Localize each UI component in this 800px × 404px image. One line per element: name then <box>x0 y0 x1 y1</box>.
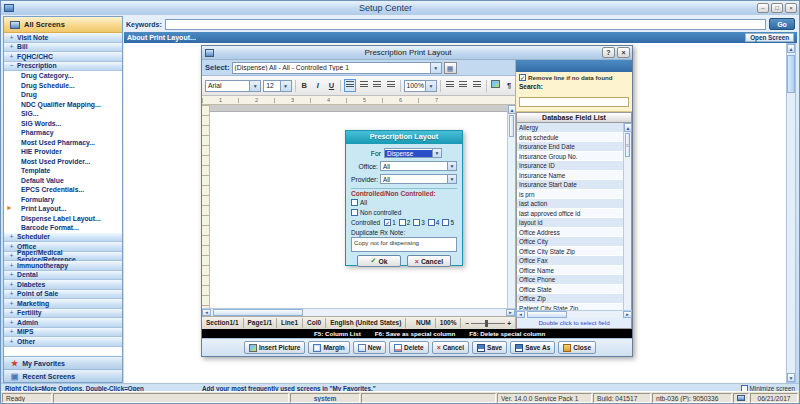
office-dropdown[interactable]: All ▼ <box>380 161 457 171</box>
plus-icon[interactable]: + <box>8 281 15 288</box>
chevron-down-icon[interactable]: ▼ <box>425 81 436 91</box>
sidebar-item-formulary[interactable]: Formulary <box>4 195 122 205</box>
italic-button[interactable]: I <box>312 79 324 92</box>
layout-properties-icon[interactable]: ▦ <box>444 62 457 74</box>
provider-dropdown[interactable]: All ▼ <box>380 174 457 184</box>
field-list-vscrollbar[interactable]: ▲ ≡ <box>623 123 631 310</box>
plus-icon[interactable]: + <box>8 243 15 250</box>
field-list-item[interactable]: is prn <box>517 190 623 200</box>
sidebar-recent-screens[interactable]: ▣Recent Screens <box>4 369 122 382</box>
sidebar-item-barcode-format[interactable]: Barcode Format... <box>4 223 122 233</box>
ok-button[interactable]: ✓Ok <box>357 255 401 267</box>
sidebar-item-most-used-provider[interactable]: Most Used Provider... <box>4 157 122 167</box>
sidebar-item-drug-category[interactable]: Drug Category... <box>4 71 122 81</box>
sidebar-item-pharmacy[interactable]: Pharmacy <box>4 128 122 138</box>
scroll-left-icon[interactable]: ◄ <box>516 311 525 318</box>
sidebar-item-template[interactable]: Template <box>4 166 122 176</box>
field-list-item[interactable]: Office City State Zip <box>517 247 623 257</box>
close-button[interactable]: Close <box>558 341 596 354</box>
plus-icon[interactable]: + <box>8 338 15 345</box>
plus-icon[interactable]: + <box>8 43 15 50</box>
sidebar-group-fqhc[interactable]: +FQHC/CHC <box>4 52 122 62</box>
scroll-down-icon[interactable]: ▼ <box>787 373 795 382</box>
plus-icon[interactable]: + <box>8 53 15 60</box>
sidebar-group-admin[interactable]: +Admin <box>4 318 122 328</box>
field-list-item[interactable]: Allergy <box>517 123 623 133</box>
checkbox-all[interactable] <box>351 199 358 206</box>
delete-button[interactable]: Delete <box>389 341 429 354</box>
duplicate-rx-note-input[interactable]: Copy not for dispensing <box>351 237 457 252</box>
minus-icon[interactable]: − <box>8 62 15 69</box>
plus-icon[interactable]: + <box>8 328 15 335</box>
zoom-dropdown[interactable]: 100%▼ <box>404 80 438 92</box>
chevron-down-icon[interactable]: ▼ <box>447 175 456 183</box>
checkbox-controlled-3[interactable] <box>413 219 420 226</box>
close-icon[interactable]: × <box>617 47 630 58</box>
plus-icon[interactable]: + <box>8 252 15 259</box>
field-list-item[interactable]: Office State <box>517 285 623 295</box>
scroll-up-icon[interactable]: ▲ <box>624 123 632 132</box>
document-vscrollbar[interactable]: ▲ <box>507 105 515 308</box>
content-scrollbar[interactable]: ▲ ▼ <box>786 43 796 383</box>
cancel-button[interactable]: ×Cancel <box>407 255 451 267</box>
sidebar-group-dental[interactable]: +Dental <box>4 271 122 281</box>
non-controlled-option[interactable]: Non controlled <box>351 208 457 217</box>
help-icon[interactable]: ? <box>602 47 615 58</box>
scroll-right-icon[interactable]: ► <box>623 311 632 318</box>
layout-select-dropdown[interactable]: (Dispense) All - All - Controlled Type 1… <box>232 62 442 74</box>
field-list-item[interactable]: Insurance Start Date <box>517 180 623 190</box>
paragraph-marks-button[interactable]: ¶ <box>503 79 515 92</box>
sidebar-item-print-layout[interactable]: ►Print Layout... <box>4 204 122 214</box>
scroll-left-icon[interactable]: ◄ <box>202 309 211 316</box>
field-list-item[interactable]: Office Fax <box>517 256 623 266</box>
scrollbar-thumb[interactable] <box>527 311 567 318</box>
numbered-list-button[interactable] <box>458 79 470 92</box>
sidebar-all-screens[interactable]: All Screens <box>4 17 122 33</box>
chevron-down-icon[interactable]: ▼ <box>280 81 291 91</box>
field-list-item[interactable]: Insurance ID <box>517 161 623 171</box>
font-family-dropdown[interactable]: Arial▼ <box>205 80 261 92</box>
field-list-item[interactable]: last action <box>517 199 623 209</box>
all-option[interactable]: All <box>351 198 457 207</box>
checkbox-controlled-4[interactable] <box>428 219 435 226</box>
checkbox-controlled-1[interactable]: ✓ <box>384 219 391 226</box>
underline-button[interactable]: U <box>326 79 338 92</box>
sidebar-group-immunotherapy[interactable]: +Immunotherapy <box>4 261 122 271</box>
sidebar-item-drug-schedule[interactable]: Drug Schedule... <box>4 81 122 91</box>
scroll-right-icon[interactable]: ► <box>506 309 515 316</box>
zoom-slider[interactable]: − + <box>465 320 511 327</box>
plus-icon[interactable]: + <box>8 309 15 316</box>
field-list-item[interactable]: Office Name <box>517 266 623 276</box>
field-list-item[interactable]: layout id <box>517 218 623 228</box>
cancel-button[interactable]: ×Cancel <box>432 341 469 354</box>
new-button[interactable]: New <box>353 341 386 354</box>
sidebar-group-diabetes[interactable]: +Diabetes <box>4 280 122 290</box>
plus-icon[interactable]: + <box>8 271 15 278</box>
scroll-up-icon[interactable]: ▲ <box>787 44 795 53</box>
sidebar-item-epcs-credentials[interactable]: EPCS Credentials... <box>4 185 122 195</box>
sidebar-my-favorites[interactable]: ★My Favorites <box>4 356 122 369</box>
go-button[interactable]: Go <box>769 18 795 30</box>
keywords-input[interactable] <box>165 19 766 30</box>
plus-icon[interactable]: + <box>8 290 15 297</box>
sidebar-group-fertility[interactable]: +Fertility <box>4 309 122 319</box>
plus-icon[interactable]: + <box>8 262 15 269</box>
insert-image-button[interactable] <box>490 79 502 92</box>
justify-button[interactable] <box>385 79 397 92</box>
plus-icon[interactable]: + <box>8 300 15 307</box>
about-link[interactable]: About Print Layout... <box>127 34 745 41</box>
align-center-button[interactable] <box>358 79 370 92</box>
checkbox-non-controlled[interactable] <box>351 209 358 216</box>
field-list-item[interactable]: last approved office id <box>517 209 623 219</box>
chevron-down-icon[interactable]: ▼ <box>432 149 441 157</box>
search-input[interactable] <box>519 97 629 107</box>
field-list-item[interactable]: Office Zip <box>517 294 623 304</box>
scrollbar-thumb[interactable] <box>787 55 795 93</box>
bold-button[interactable]: B <box>298 79 310 92</box>
sidebar-group-point-of-sale[interactable]: +Point of Sale <box>4 290 122 300</box>
bullet-list-button[interactable] <box>444 79 456 92</box>
remove-line-option[interactable]: ✓ Remove line if no data found <box>519 74 629 81</box>
sidebar-group-bill[interactable]: +Bill <box>4 43 122 53</box>
plus-icon[interactable]: + <box>8 319 15 326</box>
maximize-icon[interactable]: □ <box>771 3 783 13</box>
